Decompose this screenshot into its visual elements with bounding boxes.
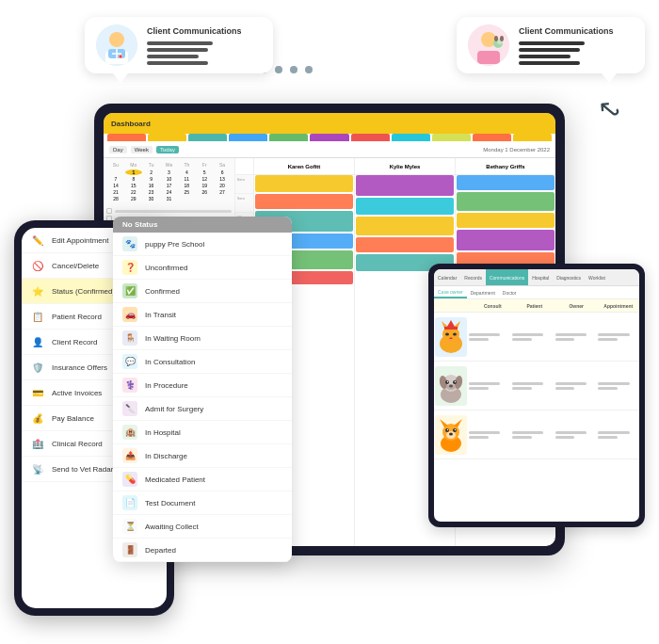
status-dropdown: No Status 🐾 puppy Pre School ❓ Unconfirm…: [113, 217, 292, 562]
radar-icon: 📡: [31, 462, 44, 475]
row1-consult: [467, 331, 510, 343]
in-hospital-icon: 🏨: [122, 425, 137, 440]
left-avatar: [96, 24, 137, 66]
pay-icon: 💰: [31, 411, 44, 425]
color-tab-9[interactable]: [432, 134, 471, 141]
event-3-3[interactable]: [457, 213, 555, 228]
color-tab-11[interactable]: [513, 134, 552, 141]
svg-point-1: [109, 32, 124, 47]
client-record-label: Client Record: [52, 338, 97, 346]
mini-calendar: Su Mo Tu We Th Fr Sa 1 2: [104, 158, 234, 205]
vet-radar-label: Send to Vet Radar: [52, 465, 113, 474]
color-tab-5[interactable]: [269, 134, 308, 141]
test-document-label: Test Document: [145, 499, 195, 507]
tab-communications[interactable]: Communications: [486, 269, 528, 285]
medicated-label: Medicated Patient: [145, 475, 205, 484]
tab-hospital[interactable]: Hospital: [528, 269, 553, 285]
th-patient: Patient: [514, 299, 556, 312]
bubble-line-4: [147, 61, 208, 65]
subtab-case-owner[interactable]: Case owner: [434, 286, 467, 298]
status-in-hospital[interactable]: 🏨 In Hospital: [113, 421, 292, 444]
status-in-consultation[interactable]: 💬 In Consultation: [113, 350, 292, 374]
staff-3: Bethany Griffs: [456, 158, 555, 174]
svg-point-34: [454, 380, 455, 381]
color-tab-1[interactable]: [107, 134, 146, 141]
color-tab-2[interactable]: [148, 134, 186, 141]
status-unconfirmed[interactable]: ❓ Unconfirmed: [113, 256, 292, 280]
dot-3: [275, 66, 282, 73]
color-tab-3[interactable]: [188, 134, 227, 141]
in-procedure-icon: ⚕️: [122, 378, 137, 393]
svg-point-31: [445, 380, 449, 384]
color-tab-6[interactable]: [310, 134, 348, 141]
time-8am: 8am: [235, 175, 253, 194]
event-2-3[interactable]: [356, 217, 454, 235]
color-tab-8[interactable]: [392, 134, 430, 141]
row3-owner: [554, 429, 597, 441]
nav-btn-today[interactable]: Today: [156, 146, 179, 153]
color-tab-7[interactable]: [351, 134, 390, 141]
row3-appointment: [596, 429, 639, 441]
invoices-label: Active Invoices: [52, 389, 102, 397]
awaiting-collect-label: Awaiting Collect: [145, 523, 199, 531]
tablet-topbar: Dashboard: [104, 113, 555, 134]
color-tab-10[interactable]: [473, 134, 511, 141]
status-awaiting-collect[interactable]: ⏳ Awaiting Collect: [113, 515, 292, 539]
unconfirmed-label: Unconfirmed: [145, 264, 187, 272]
tab-records[interactable]: Records: [460, 269, 486, 285]
table-row-2[interactable]: [434, 362, 639, 411]
r-bubble-line-1: [519, 41, 585, 45]
nav-btn-week[interactable]: Week: [131, 146, 153, 153]
event-1-1[interactable]: [255, 175, 353, 192]
clinical-record-label: Clinical Record: [52, 440, 103, 448]
nav-btn-day[interactable]: Day: [109, 146, 127, 153]
status-waiting-room[interactable]: 🪑 In Waiting Room: [113, 327, 292, 350]
svg-rect-9: [477, 51, 500, 64]
checkbox-1[interactable]: [106, 208, 112, 214]
status-departed[interactable]: 🚪 Departed: [113, 539, 292, 562]
svg-point-41: [449, 432, 453, 435]
status-pre-school[interactable]: 🐾 puppy Pre School: [113, 233, 292, 256]
event-2-4[interactable]: [356, 237, 454, 252]
admit-surgery-label: Admit for Surgery: [145, 405, 203, 413]
th-consult: Consult: [472, 299, 514, 312]
row1-owner: [554, 331, 597, 343]
in-consultation-label: In Consultation: [145, 358, 195, 366]
svg-point-33: [446, 380, 447, 381]
event-2-1[interactable]: [356, 175, 454, 196]
subtab-doctor[interactable]: Doctor: [499, 286, 521, 298]
subtab-department[interactable]: Department: [467, 286, 499, 298]
staff-2: Kylie Myles: [355, 158, 456, 174]
patient-record-label: Patient Record: [52, 313, 102, 321]
color-tab-4[interactable]: [229, 134, 267, 141]
confirmed-label: Confirmed: [145, 287, 180, 296]
table-row-1[interactable]: [434, 313, 639, 362]
svg-point-43: [453, 428, 457, 432]
status-in-discharge[interactable]: 📤 In Discharge: [113, 444, 292, 468]
status-admit-surgery[interactable]: 🔪 Admit for Surgery: [113, 397, 292, 421]
status-medicated[interactable]: 💊 Medicated Patient: [113, 468, 292, 491]
row2-avatar: [434, 363, 467, 409]
event-3-1[interactable]: [457, 175, 555, 190]
edit-appointment-label: Edit Appointment: [52, 236, 108, 245]
svg-point-13: [500, 36, 504, 41]
svg-point-12: [494, 36, 498, 41]
tab-calendar[interactable]: Calendar: [434, 269, 460, 285]
status-in-transit[interactable]: 🚗 In Transit: [113, 303, 292, 327]
status-label: Status (Confirmed): [52, 287, 115, 296]
cal-tu: Tu: [143, 162, 160, 168]
event-3-4[interactable]: [457, 230, 555, 250]
tablet-subnav: Day Week Today Monday 1 December 2022: [104, 141, 555, 158]
status-test-document[interactable]: 📄 Test Document: [113, 491, 292, 515]
row2-appointment: [596, 380, 639, 392]
in-discharge-label: In Discharge: [145, 452, 187, 460]
status-in-procedure[interactable]: ⚕️ In Procedure: [113, 374, 292, 397]
event-3-2[interactable]: [457, 192, 555, 211]
status-confirmed[interactable]: ✅ Confirmed: [113, 280, 292, 303]
svg-point-32: [453, 380, 457, 384]
table-row-3[interactable]: [434, 411, 639, 459]
tab-worklist[interactable]: Worklist: [585, 269, 609, 285]
event-2-2[interactable]: [356, 198, 454, 215]
tab-diagnostics[interactable]: Diagnostics: [553, 269, 585, 285]
event-1-2[interactable]: [255, 194, 353, 209]
